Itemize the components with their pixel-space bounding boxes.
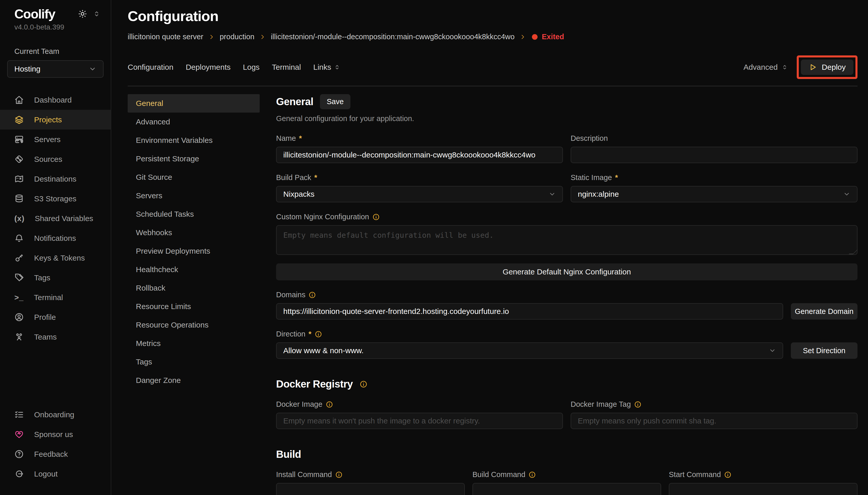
set-direction-button[interactable]: Set Direction (791, 342, 857, 359)
build-pack-select[interactable]: Nixpacks (276, 186, 563, 202)
sidebar-item-terminal[interactable]: >_ Terminal (0, 288, 111, 307)
info-icon[interactable] (308, 291, 316, 299)
sidebar-item-s3-storages[interactable]: S3 Storages (0, 189, 111, 208)
map-icon (14, 174, 24, 184)
sidebar-item-keys-tokens[interactable]: Keys & Tokens (0, 248, 111, 268)
sidebar-item-tags[interactable]: Tags (0, 268, 111, 288)
breadcrumb-environment[interactable]: production (220, 33, 254, 41)
sidebar-item-profile[interactable]: Profile (0, 307, 111, 327)
bell-icon (14, 234, 24, 243)
required-marker: * (308, 330, 311, 338)
generate-nginx-button[interactable]: Generate Default Nginx Configuration (276, 263, 857, 280)
tab-logs[interactable]: Logs (243, 63, 260, 71)
chevron-down-icon (549, 191, 556, 198)
description-input[interactable] (571, 147, 857, 163)
sidebar-item-destinations[interactable]: Destinations (0, 169, 111, 189)
sidebar-item-logout[interactable]: Logout (0, 464, 111, 484)
breadcrumb-application[interactable]: illicitestonion/-module--decomposition:m… (271, 33, 514, 41)
subnav-item-webhooks[interactable]: Webhooks (128, 223, 260, 242)
list-checks-icon (14, 410, 24, 419)
build-pack-label: Build Pack (276, 173, 311, 182)
subnav-item-servers[interactable]: Servers (128, 186, 260, 205)
deploy-button[interactable]: Deploy (801, 59, 853, 75)
sidebar-item-projects[interactable]: Projects (0, 110, 111, 130)
settings-subnav: General Advanced Environment Variables P… (128, 94, 260, 495)
subnav-item-healthcheck[interactable]: Healthcheck (128, 260, 260, 279)
sidebar-item-onboarding[interactable]: Onboarding (0, 405, 111, 425)
chevron-right-icon (260, 34, 266, 40)
name-field: Name * (276, 134, 563, 163)
sidebar-item-sponsor[interactable]: Sponsor us (0, 425, 111, 444)
subnav-item-resource-operations[interactable]: Resource Operations (128, 316, 260, 334)
info-icon[interactable] (372, 213, 380, 221)
direction-label: Direction (276, 330, 305, 338)
sidebar-item-notifications[interactable]: Notifications (0, 228, 111, 248)
tab-links[interactable]: Links (313, 63, 340, 71)
required-marker: * (299, 134, 302, 142)
custom-nginx-textarea[interactable] (276, 225, 857, 255)
info-icon[interactable] (325, 400, 333, 408)
subnav-item-general[interactable]: General (128, 94, 260, 113)
theme-switcher-icon[interactable] (93, 10, 101, 18)
build-command-label: Build Command (473, 471, 525, 479)
domains-label: Domains (276, 291, 305, 299)
info-icon[interactable] (315, 330, 322, 338)
chevron-right-icon (520, 34, 526, 40)
subnav-item-metrics[interactable]: Metrics (128, 334, 260, 353)
subnav-item-persistent-storage[interactable]: Persistent Storage (128, 150, 260, 168)
name-input[interactable] (276, 147, 563, 163)
name-label: Name (276, 134, 296, 142)
sidebar-item-servers[interactable]: Servers (0, 130, 111, 149)
team-select[interactable]: Hosting (7, 60, 104, 78)
tab-deployments[interactable]: Deployments (185, 63, 230, 71)
key-icon (14, 253, 24, 263)
sidebar: Coolify v4.0.0-beta.399 Current Team Hos… (0, 0, 111, 495)
sidebar-item-shared-variables[interactable]: (x) Shared Variables (0, 208, 111, 228)
install-command-label: Install Command (276, 471, 332, 479)
install-command-input[interactable] (276, 483, 465, 495)
build-command-input[interactable] (473, 483, 661, 495)
deploy-button-highlight-box: Deploy (797, 55, 857, 79)
tab-terminal[interactable]: Terminal (272, 63, 301, 71)
sidebar-item-teams[interactable]: Teams (0, 327, 111, 347)
sidebar-item-feedback[interactable]: Feedback (0, 444, 111, 464)
subnav-item-git-source[interactable]: Git Source (128, 168, 260, 186)
save-button[interactable]: Save (320, 94, 350, 109)
subnav-item-preview-deployments[interactable]: Preview Deployments (128, 242, 260, 260)
info-icon[interactable] (528, 471, 536, 479)
theme-toggle-sun-icon[interactable] (78, 9, 87, 18)
docker-image-tag-field: Docker Image Tag (571, 400, 857, 429)
direction-select[interactable]: Allow www & non-www. (276, 342, 783, 359)
static-image-label: Static Image (571, 173, 612, 182)
general-heading: General (276, 96, 313, 107)
docker-image-tag-input[interactable] (571, 413, 857, 429)
static-image-field: Static Image * nginx:alpine (571, 173, 857, 202)
docker-image-input[interactable] (276, 413, 563, 429)
tab-configuration[interactable]: Configuration (128, 63, 173, 71)
custom-nginx-field: Custom Nginx Configuration Generate Defa… (276, 212, 857, 280)
info-icon[interactable] (335, 471, 343, 479)
status-text: Exited (542, 33, 564, 41)
static-image-select[interactable]: nginx:alpine (571, 186, 857, 202)
sidebar-item-dashboard[interactable]: Dashboard (0, 90, 111, 110)
info-icon[interactable] (724, 471, 732, 479)
subnav-item-advanced[interactable]: Advanced (128, 113, 260, 131)
subnav-item-environment-variables[interactable]: Environment Variables (128, 131, 260, 150)
subnav-item-scheduled-tasks[interactable]: Scheduled Tasks (128, 205, 260, 223)
info-icon[interactable] (359, 380, 368, 388)
layers-icon (14, 115, 24, 124)
advanced-menu-button[interactable]: Advanced (743, 63, 788, 71)
generate-domain-button[interactable]: Generate Domain (791, 303, 857, 320)
sidebar-item-sources[interactable]: Sources (0, 149, 111, 169)
logo-row: Coolify (0, 7, 111, 21)
info-icon[interactable] (634, 400, 642, 408)
terminal-icon: >_ (14, 293, 23, 302)
subnav-item-danger-zone[interactable]: Danger Zone (128, 371, 260, 390)
subnav-item-rollback[interactable]: Rollback (128, 279, 260, 297)
breadcrumb-project[interactable]: illicitonion quote server (128, 33, 203, 41)
domains-input[interactable] (276, 303, 783, 320)
subnav-item-resource-limits[interactable]: Resource Limits (128, 297, 260, 316)
subnav-item-tags[interactable]: Tags (128, 353, 260, 371)
start-command-input[interactable] (669, 483, 857, 495)
logout-icon (14, 469, 24, 479)
